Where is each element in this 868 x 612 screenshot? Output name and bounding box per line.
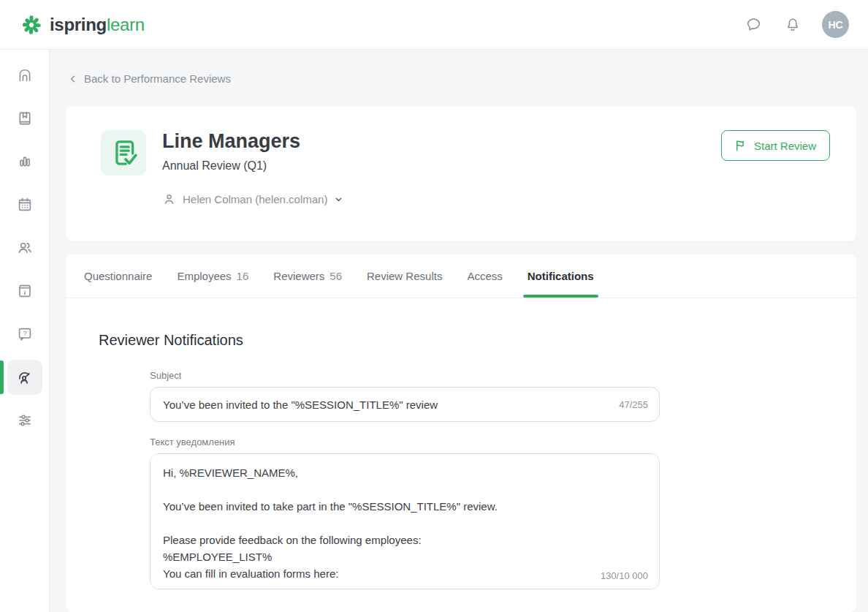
library-icon: [16, 282, 34, 300]
body-field-wrap: Hi, %REVIEWER_NAME%, You’ve been invited…: [150, 453, 660, 589]
main-content: Back to Performance Reviews Line Manager…: [50, 50, 868, 612]
tab-label: Access: [467, 270, 502, 282]
page-title: Line Managers: [162, 130, 343, 153]
review-detail-card: Questionnaire Employees 16 Reviewers 56 …: [66, 254, 856, 612]
chevron-down-icon: [334, 194, 343, 204]
user-avatar[interactable]: HC: [822, 11, 849, 38]
tab-label: Employees: [177, 270, 231, 282]
owner-name: Helen Colman (helen.colman): [183, 193, 327, 205]
back-link-label: Back to Performance Reviews: [84, 72, 231, 85]
owner-dropdown[interactable]: Helen Colman (helen.colman): [162, 192, 343, 206]
ispring-learn-logo[interactable]: ispringlearn: [20, 14, 145, 36]
person-icon: [162, 192, 176, 206]
reports-icon: [16, 153, 34, 170]
top-bar: ispringlearn HC: [0, 0, 868, 50]
brand-primary: ispring: [50, 15, 107, 34]
users-icon: [16, 239, 34, 257]
svg-text:?: ?: [23, 329, 26, 337]
calendar-icon: [16, 196, 34, 214]
tab-label: Notifications: [528, 270, 594, 282]
settings-sliders-icon: [16, 412, 34, 429]
tab-employees[interactable]: Employees 16: [177, 254, 248, 298]
tab-notifications[interactable]: Notifications: [528, 254, 594, 298]
tab-label: Review Results: [367, 270, 442, 282]
notification-body-textarea[interactable]: Hi, %REVIEWER_NAME%, You’ve been invited…: [150, 453, 660, 589]
notifications-button[interactable]: [783, 15, 803, 35]
section-heading: Reviewer Notifications: [99, 332, 856, 349]
notifications-tab-content: Reviewer Notifications Subject 47/255 Те…: [66, 298, 856, 589]
flag-icon: [733, 138, 747, 153]
sidebar-nav: ?: [0, 50, 50, 612]
sidebar-item-performance-reviews[interactable]: [7, 360, 42, 395]
subject-label: Subject: [150, 370, 660, 381]
sidebar-item-reports[interactable]: [7, 144, 42, 179]
bell-icon: [784, 16, 802, 34]
sidebar-item-calendar[interactable]: [7, 187, 42, 222]
tab-label: Questionnaire: [84, 270, 152, 282]
review-header-card: Line Managers Annual Review (Q1) Helen C…: [66, 106, 856, 241]
brand-wordmark: ispringlearn: [50, 15, 145, 35]
tab-label: Reviewers: [273, 270, 324, 282]
tab-review-results[interactable]: Review Results: [367, 254, 442, 298]
back-to-performance-reviews-link[interactable]: Back to Performance Reviews: [66, 72, 231, 85]
top-actions: HC: [743, 11, 849, 38]
messages-button[interactable]: [743, 15, 764, 35]
tab-bar: Questionnaire Employees 16 Reviewers 56 …: [66, 254, 856, 298]
start-review-label: Start Review: [754, 140, 816, 152]
start-review-button[interactable]: Start Review: [721, 130, 830, 161]
sidebar-item-settings[interactable]: [7, 403, 42, 438]
review-head-text: Line Managers Annual Review (Q1) Helen C…: [162, 130, 343, 206]
sidebar-item-home[interactable]: [7, 58, 42, 93]
home-icon: [16, 67, 34, 84]
brand-secondary: learn: [107, 15, 145, 34]
sidebar-item-help[interactable]: ?: [7, 317, 42, 352]
book-icon: [16, 110, 34, 127]
tab-questionnaire[interactable]: Questionnaire: [84, 254, 152, 298]
review-type-icon-box: [101, 130, 146, 175]
chat-bubble-icon: [745, 15, 763, 34]
tab-reviewers[interactable]: Reviewers 56: [273, 254, 342, 298]
notification-fields: Subject 47/255 Текст уведомления Hi, %RE…: [150, 370, 660, 589]
performance-review-icon: [15, 369, 34, 387]
tab-count-badge: 16: [237, 270, 249, 282]
subject-field-wrap: 47/255: [150, 387, 660, 422]
review-subtitle: Annual Review (Q1): [162, 159, 343, 173]
subject-input[interactable]: [150, 387, 660, 422]
ispring-flower-icon: [20, 14, 42, 36]
body-label: Текст уведомления: [150, 437, 660, 447]
document-check-icon: [108, 137, 139, 168]
tab-count-badge: 56: [330, 270, 342, 282]
sidebar-item-courses[interactable]: [7, 101, 42, 136]
chevron-left-icon: [68, 74, 78, 84]
help-icon: ?: [16, 325, 34, 343]
sidebar-item-library[interactable]: [7, 273, 42, 309]
sidebar-item-users[interactable]: [7, 230, 42, 265]
tab-access[interactable]: Access: [467, 254, 502, 298]
